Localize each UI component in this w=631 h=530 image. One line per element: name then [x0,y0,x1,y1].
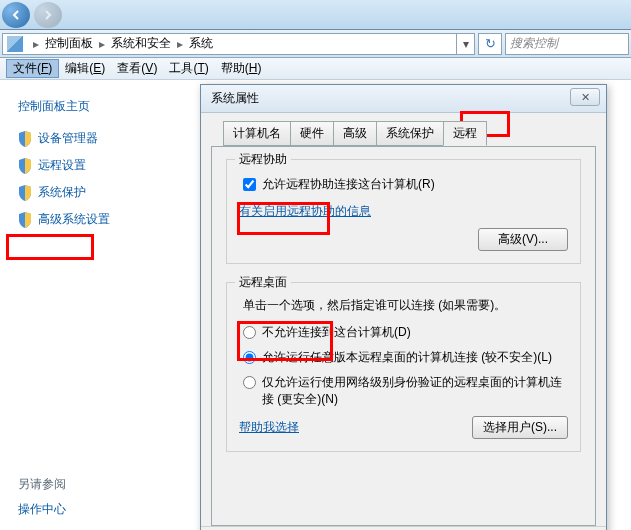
breadcrumb[interactable]: 系统和安全 [109,35,173,52]
see-also-link[interactable]: 操作中心 [18,501,66,518]
sidebar-item-label: 系统保护 [38,184,86,201]
window-titlebar [0,0,631,30]
radio-nla-only[interactable] [243,376,256,389]
tab-advanced[interactable]: 高级 [333,121,377,146]
sidebar-item-system-protection[interactable]: 系统保护 [0,179,200,206]
address-dropdown[interactable]: ▾ [457,33,475,55]
content-area: 系统属性 ✕ 计算机名 硬件 高级 系统保护 远程 远程协助 允 [200,80,631,530]
control-panel-icon [7,36,23,52]
tab-system-protection[interactable]: 系统保护 [376,121,444,146]
back-button[interactable] [2,2,30,28]
shield-icon [18,131,32,147]
tab-row: 计算机名 硬件 高级 系统保护 远程 [223,121,596,146]
see-also-title: 另请参阅 [18,476,66,493]
sidebar: 控制面板主页 设备管理器 远程设置 系统保护 高级系统设置 另请参阅 操作中心 [0,80,200,530]
dialog-title: 系统属性 [211,90,259,107]
tab-pane-remote: 远程协助 允许远程协助连接这台计算机(R) 有关启用远程协助的信息 高级(V).… [211,146,596,526]
shield-icon [18,185,32,201]
search-input[interactable]: 搜索控制 [505,33,629,55]
sidebar-item-device-manager[interactable]: 设备管理器 [0,125,200,152]
group-remote-desktop: 远程桌面 单击一个选项，然后指定谁可以连接 (如果需要)。 不允许连接到这台计算… [226,282,581,452]
chevron-right-icon[interactable]: ▸ [173,37,187,51]
menu-tools[interactable]: 工具(T) [163,60,214,77]
radio-no-connections[interactable] [243,326,256,339]
menu-view[interactable]: 查看(V) [111,60,163,77]
system-properties-dialog: 系统属性 ✕ 计算机名 硬件 高级 系统保护 远程 远程协助 允 [200,84,607,530]
radio-label: 仅允许运行使用网络级别身份验证的远程桌面的计算机连接 (更安全)(N) [262,374,568,408]
breadcrumb-box[interactable]: ▸ 控制面板 ▸ 系统和安全 ▸ 系统 [2,33,457,55]
radio-any-version[interactable] [243,351,256,364]
menu-file[interactable]: 文件(F) [6,59,59,78]
address-bar: ▸ 控制面板 ▸ 系统和安全 ▸ 系统 ▾ ↻ 搜索控制 [0,30,631,58]
sidebar-item-advanced-settings[interactable]: 高级系统设置 [0,206,200,233]
breadcrumb[interactable]: 系统 [187,35,215,52]
remote-desktop-desc: 单击一个选项，然后指定谁可以连接 (如果需要)。 [243,297,568,314]
advanced-button[interactable]: 高级(V)... [478,228,568,251]
select-users-button[interactable]: 选择用户(S)... [472,416,568,439]
shield-icon [18,158,32,174]
sidebar-title[interactable]: 控制面板主页 [0,92,200,125]
help-me-choose-link[interactable]: 帮助我选择 [239,419,299,436]
dialog-titlebar: 系统属性 ✕ [201,85,606,113]
remote-assist-info-link[interactable]: 有关启用远程协助的信息 [239,204,371,218]
tab-hardware[interactable]: 硬件 [290,121,334,146]
radio-label: 允许运行任意版本远程桌面的计算机连接 (较不安全)(L) [262,349,568,366]
shield-icon [18,212,32,228]
forward-button[interactable] [34,2,62,28]
allow-remote-assist-checkbox[interactable] [243,178,256,191]
chevron-right-icon[interactable]: ▸ [29,37,43,51]
highlight-box [6,234,94,260]
refresh-button[interactable]: ↻ [478,33,502,55]
allow-remote-assist-label: 允许远程协助连接这台计算机(R) [262,176,435,193]
group-title: 远程桌面 [235,274,291,291]
group-remote-assistance: 远程协助 允许远程协助连接这台计算机(R) 有关启用远程协助的信息 高级(V).… [226,159,581,264]
sidebar-item-label: 设备管理器 [38,130,98,147]
see-also-section: 另请参阅 操作中心 [18,476,66,518]
chevron-right-icon[interactable]: ▸ [95,37,109,51]
menu-bar: 文件(F) 编辑(E) 查看(V) 工具(T) 帮助(H) [0,58,631,80]
menu-help[interactable]: 帮助(H) [215,60,268,77]
tab-remote[interactable]: 远程 [443,121,487,146]
close-button[interactable]: ✕ [570,88,600,106]
menu-edit[interactable]: 编辑(E) [59,60,111,77]
tab-computer-name[interactable]: 计算机名 [223,121,291,146]
radio-label: 不允许连接到这台计算机(D) [262,324,568,341]
sidebar-item-remote-settings[interactable]: 远程设置 [0,152,200,179]
sidebar-item-label: 高级系统设置 [38,211,110,228]
dialog-button-row: 确定 取消 应用(A) [201,526,606,530]
search-placeholder: 搜索控制 [510,35,558,52]
group-title: 远程协助 [235,151,291,168]
breadcrumb[interactable]: 控制面板 [43,35,95,52]
sidebar-item-label: 远程设置 [38,157,86,174]
